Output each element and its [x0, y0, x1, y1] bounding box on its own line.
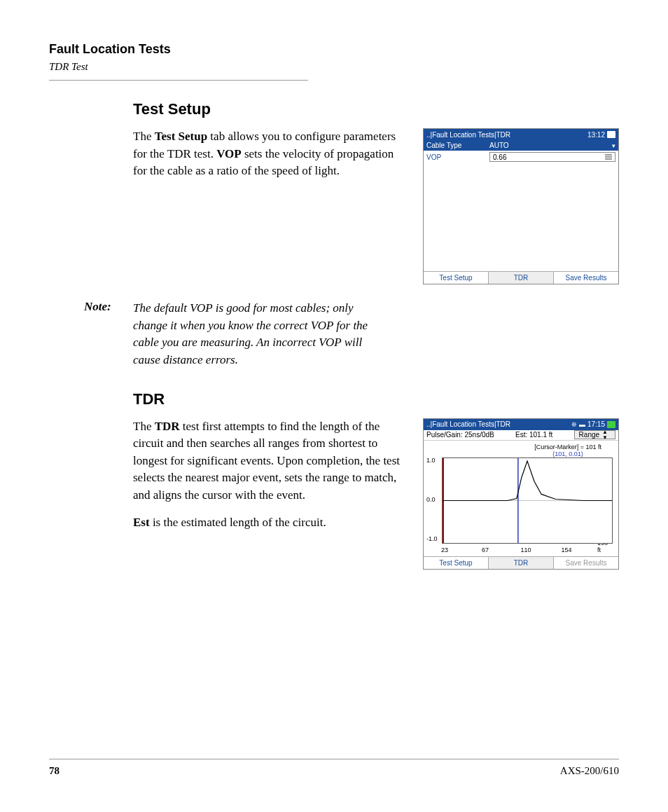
chapter-subtitle: TDR Test [49, 61, 619, 73]
device-screenshot-test-setup: ..|Fault Location Tests|TDR 13:12 Cable … [423, 128, 619, 284]
text: is the estimated length of the circuit. [150, 516, 326, 529]
note-label: Note: [84, 300, 126, 314]
range-label: Range [579, 431, 599, 439]
tdr-status-row: Pulse/Gain: 25ns/0dB Est: 101.1 ft Range… [424, 430, 618, 441]
breadcrumb: ..|Fault Location Tests|TDR [426, 131, 510, 139]
cable-type-row[interactable]: Cable Type AUTO ▾ [424, 140, 618, 151]
text: The [133, 130, 155, 143]
vop-value: 0.66 [493, 153, 506, 161]
cable-type-label: Cable Type [426, 142, 489, 149]
y-tick: -1.0 [426, 535, 438, 542]
tdr-chart: [Cursor-Marker] = 101 ft (101, 0.01) 1.0… [424, 441, 618, 556]
product-model: AXS-200/610 [560, 765, 619, 777]
text: The [133, 420, 155, 433]
updown-icon: ▲▼ [602, 429, 608, 441]
section-heading-tdr: TDR [133, 390, 619, 408]
device-body [424, 163, 618, 271]
device-tabs: Test Setup TDR Save Results [424, 556, 618, 569]
clock-text: 17:15 [587, 420, 605, 428]
bold-text: TDR [155, 420, 180, 433]
note-block: Note: The default VOP is good for most c… [84, 300, 619, 369]
est-text: Est: 101.1 ft [515, 431, 552, 439]
device-screenshot-tdr: ..|Fault Location Tests|TDR ❊ ▬ 17:15 Pu… [423, 418, 619, 570]
x-tick: 23 [441, 546, 448, 553]
note-text: The default VOP is good for most cables;… [133, 300, 385, 369]
bold-text: VOP [216, 147, 242, 160]
x-tick: 67 [482, 546, 489, 553]
tab-tdr[interactable]: TDR [489, 557, 554, 569]
x-tick: 154 [561, 546, 571, 553]
device-tabs: Test Setup TDR Save Results [424, 271, 618, 284]
chart-annotation: [Cursor-Marker] = 101 ft (101, 0.01) [534, 443, 601, 457]
y-tick: 1.0 [426, 457, 436, 464]
device-titlebar: ..|Fault Location Tests|TDR 13:12 [424, 129, 618, 140]
chevron-down-icon: ▾ [612, 142, 615, 149]
header-divider [49, 80, 308, 81]
vop-label: VOP [426, 153, 489, 161]
cursor-point-text: (101, 0.01) [534, 450, 601, 457]
tab-test-setup[interactable]: Test Setup [424, 272, 489, 284]
clock-text: 13:12 [587, 131, 605, 139]
y-tick: 0.0 [426, 496, 436, 503]
device-titlebar: ..|Fault Location Tests|TDR ❊ ▬ 17:15 [424, 419, 618, 430]
chart-plot-area [442, 457, 613, 544]
tdr-paragraph: The TDR test first attempts to find the … [133, 418, 409, 532]
test-setup-paragraph: The Test Setup tab allows you to configu… [133, 128, 409, 180]
tab-save-results[interactable]: Save Results [554, 557, 618, 569]
range-button[interactable]: Range ▲▼ [574, 430, 615, 439]
breadcrumb: ..|Fault Location Tests|TDR [426, 420, 510, 428]
tab-save-results[interactable]: Save Results [554, 272, 618, 284]
tab-tdr[interactable]: TDR [489, 272, 554, 284]
signal-icon: ▬ [579, 421, 585, 428]
cursor-marker-text: [Cursor-Marker] = 101 ft [534, 443, 601, 450]
cable-type-value: AUTO [489, 142, 612, 149]
tdr-trace-svg [443, 458, 612, 543]
battery-icon [607, 421, 615, 428]
vop-input[interactable]: 0.66 [489, 152, 615, 162]
chapter-title: Fault Location Tests [49, 42, 619, 57]
vop-row: VOP 0.66 [424, 151, 618, 163]
bold-text: Est [133, 516, 150, 529]
page-footer: 78 AXS-200/610 [49, 759, 619, 777]
bluetooth-icon: ❊ [571, 421, 577, 428]
page-number: 78 [49, 765, 60, 777]
battery-icon [607, 131, 615, 138]
status-area: ❊ ▬ 17:15 [571, 420, 615, 428]
section-heading-test-setup: Test Setup [133, 100, 619, 118]
bold-text: Test Setup [155, 130, 207, 143]
tab-test-setup[interactable]: Test Setup [424, 557, 489, 569]
x-tick: 110 [520, 546, 531, 553]
status-area: 13:12 [587, 131, 615, 139]
pulse-gain-text: Pulse/Gain: 25ns/0dB [426, 431, 494, 439]
keyboard-icon [605, 154, 612, 160]
